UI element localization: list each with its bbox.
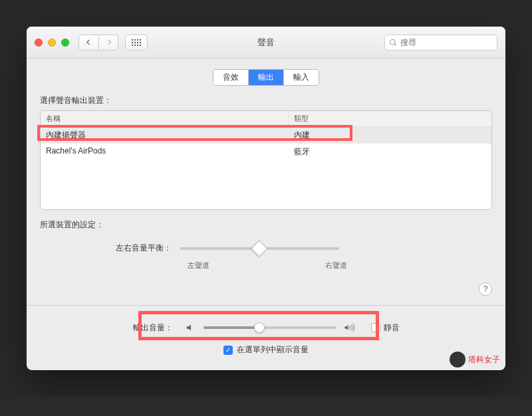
nav-buttons xyxy=(78,35,118,51)
search-icon xyxy=(389,39,397,47)
tab-segmented-control: 音效 輸出 輸入 xyxy=(40,69,492,86)
tab-sound-effects[interactable]: 音效 xyxy=(213,70,249,85)
svg-point-0 xyxy=(390,39,396,45)
slider-knob[interactable] xyxy=(251,240,267,257)
show-in-menubar-row: 在選單列中顯示音量 xyxy=(40,344,492,356)
mute-checkbox[interactable] xyxy=(371,323,380,332)
search-field[interactable] xyxy=(384,35,497,51)
select-output-device-label: 選擇聲音輸出裝置： xyxy=(40,95,492,106)
divider xyxy=(27,305,505,306)
avatar-icon xyxy=(450,352,466,367)
tab-input[interactable]: 輸入 xyxy=(284,70,319,85)
output-volume-slider[interactable] xyxy=(203,326,336,329)
device-type: 內建 xyxy=(289,127,491,144)
minimize-icon[interactable] xyxy=(48,39,56,47)
show-in-menubar-checkbox[interactable] xyxy=(223,346,233,355)
balance-tick-labels: 左聲道 右聲道 xyxy=(188,260,347,270)
back-button[interactable] xyxy=(78,35,98,51)
titlebar: 聲音 xyxy=(27,27,505,58)
window-controls xyxy=(35,39,69,47)
column-name[interactable]: 名稱 xyxy=(41,111,289,126)
output-volume-label: 輸出音量： xyxy=(133,322,173,334)
watermark: 塔科女子 xyxy=(450,352,500,367)
table-row[interactable]: 內建揚聲器 內建 xyxy=(41,127,491,144)
help-button[interactable]: ? xyxy=(479,282,492,296)
close-icon[interactable] xyxy=(35,39,43,47)
balance-label: 左右音量平衡： xyxy=(40,243,180,254)
table-header: 名稱 類型 xyxy=(41,111,491,127)
window-title: 聲音 xyxy=(257,37,275,49)
device-name: Rachel's AirPods xyxy=(41,144,289,160)
search-input[interactable] xyxy=(400,38,493,47)
device-name: 內建揚聲器 xyxy=(41,127,289,144)
speaker-low-icon xyxy=(185,322,197,334)
speaker-high-icon xyxy=(343,322,355,334)
grid-icon xyxy=(132,39,141,46)
mute-label: 靜音 xyxy=(384,322,400,334)
zoom-icon[interactable] xyxy=(61,39,69,47)
show-all-button[interactable] xyxy=(125,35,148,51)
sound-preferences-window: 聲音 音效 輸出 輸入 選擇聲音輸出裝置： 名稱 類型 內建揚聲器 內建 xyxy=(27,27,505,370)
watermark-text: 塔科女子 xyxy=(468,354,500,365)
balance-slider[interactable] xyxy=(180,247,339,250)
balance-left-label: 左聲道 xyxy=(188,260,209,270)
forward-button[interactable] xyxy=(98,35,118,51)
column-type[interactable]: 類型 xyxy=(289,111,491,126)
balance-row: 左右音量平衡： xyxy=(40,243,492,254)
balance-right-label: 右聲道 xyxy=(325,260,347,270)
table-row[interactable]: Rachel's AirPods 藍牙 xyxy=(41,144,491,160)
device-settings-label: 所選裝置的設定： xyxy=(40,219,492,231)
output-device-list[interactable]: 名稱 類型 內建揚聲器 內建 Rachel's AirPods 藍牙 xyxy=(40,110,492,210)
mute-checkbox-wrap: 靜音 xyxy=(371,322,400,334)
show-in-menubar-label: 在選單列中顯示音量 xyxy=(237,344,309,356)
device-type: 藍牙 xyxy=(289,144,491,160)
slider-knob[interactable] xyxy=(254,322,265,333)
tab-output[interactable]: 輸出 xyxy=(249,70,284,85)
content-area: 音效 輸出 輸入 選擇聲音輸出裝置： 名稱 類型 內建揚聲器 內建 Rachel… xyxy=(27,58,505,370)
output-volume-row: 輸出音量： 靜音 xyxy=(40,318,492,338)
